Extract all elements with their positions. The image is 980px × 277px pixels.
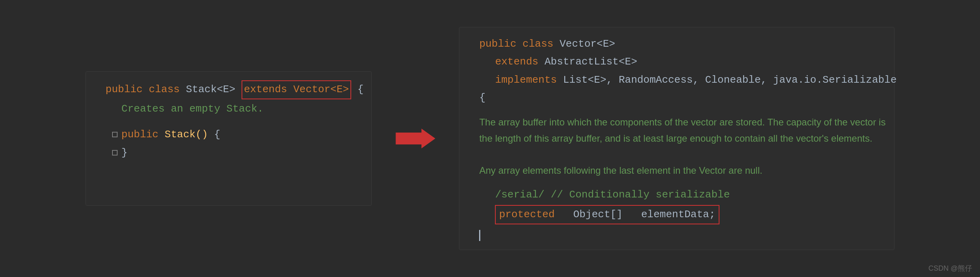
right-line-1: public class Vector<E> xyxy=(459,35,894,53)
gutter-icon-stack xyxy=(112,132,118,137)
left-empty-line xyxy=(86,118,372,126)
right-abstractlist: AbstractList<E> xyxy=(544,54,637,70)
right-line-2: extends AbstractList<E> xyxy=(459,53,894,71)
arrow-icon xyxy=(396,129,435,148)
left-comment-line: Creates an empty Stack. xyxy=(86,100,372,118)
brace-open-2: { xyxy=(214,127,221,143)
right-serial-comment: /serial/ // Conditionally serializable xyxy=(495,187,730,203)
keyword-class-1: class xyxy=(149,82,180,98)
right-keyword-extends: extends xyxy=(495,54,538,70)
right-comment-block: The array buffer into which the componen… xyxy=(459,111,894,182)
keyword-public-2: public xyxy=(122,127,159,143)
left-line-1: public class Stack<E> extends Vector<E> … xyxy=(86,80,372,100)
left-code-panel: public class Stack<E> extends Vector<E> … xyxy=(86,71,372,206)
gutter-icon-close xyxy=(112,150,118,156)
left-line-3: public Stack() { xyxy=(86,126,372,144)
right-comment-3: Any array elements following the last el… xyxy=(479,163,886,179)
right-interfaces: List<E>, RandomAccess, Cloneable, java.i… xyxy=(563,72,897,89)
right-code-panel: public class Vector<E> extends AbstractL… xyxy=(459,27,894,250)
right-keyword-public: public xyxy=(479,36,516,53)
right-field-box: protected Object[] elementData; xyxy=(495,205,719,225)
right-field-elementdata: elementData; xyxy=(641,209,715,220)
right-brace-open: { xyxy=(479,90,485,106)
gutter-4 xyxy=(106,150,118,156)
gutter-3 xyxy=(106,132,118,137)
comment-text-stack: Creates an empty Stack. xyxy=(122,101,264,118)
right-comment-1: The array buffer into which the componen… xyxy=(479,114,886,131)
cursor-bar xyxy=(479,230,480,241)
right-line-4: { xyxy=(459,89,894,107)
right-field-line: protected Object[] elementData; xyxy=(459,204,894,226)
right-cursor-line xyxy=(459,229,894,242)
right-keyword-protected: protected xyxy=(499,209,554,220)
right-comment-2: the length of this array buffer, and is … xyxy=(479,131,886,147)
right-line-3: implements List<E>, RandomAccess, Clonea… xyxy=(459,71,894,89)
class-name-stack: Stack<E> xyxy=(186,82,235,98)
method-stack: Stack() xyxy=(165,127,208,143)
right-class-vector: Vector<E> xyxy=(559,36,615,53)
brace-close-1: } xyxy=(122,145,128,161)
left-line-4: } xyxy=(86,144,372,162)
main-container: public class Stack<E> extends Vector<E> … xyxy=(0,0,980,277)
right-serial-line: /serial/ // Conditionally serializable xyxy=(459,186,894,204)
watermark: CSDN @熊仔 xyxy=(929,264,972,273)
extends-vector-box: extends Vector<E> xyxy=(242,80,351,99)
right-keyword-implements: implements xyxy=(495,72,557,89)
right-keyword-class: class xyxy=(523,36,554,53)
brace-open-1: { xyxy=(358,82,364,98)
right-type-object: Object[] xyxy=(573,209,623,220)
keyword-public-1: public xyxy=(106,82,143,98)
arrow-container xyxy=(396,129,435,148)
